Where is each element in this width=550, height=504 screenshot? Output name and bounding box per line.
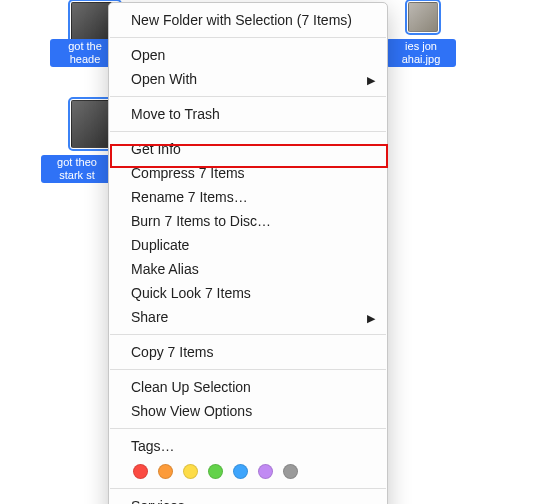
tag-dot-green[interactable] bbox=[208, 464, 223, 479]
submenu-arrow-icon: ▶ bbox=[367, 71, 375, 89]
menu-item-label: Duplicate bbox=[131, 237, 189, 253]
submenu-arrow-icon: ▶ bbox=[367, 498, 375, 504]
tag-dot-orange[interactable] bbox=[158, 464, 173, 479]
menu-item-rename[interactable]: Rename 7 Items… bbox=[109, 185, 387, 209]
menu-item-label: Make Alias bbox=[131, 261, 199, 277]
file-label: ies jon ahai.jpg bbox=[386, 39, 456, 67]
tag-dot-red[interactable] bbox=[133, 464, 148, 479]
menu-separator bbox=[110, 488, 386, 489]
submenu-arrow-icon: ▶ bbox=[367, 309, 375, 327]
file-thumbnail bbox=[408, 2, 438, 32]
tag-color-row bbox=[109, 458, 387, 483]
menu-separator bbox=[110, 334, 386, 335]
menu-separator bbox=[110, 96, 386, 97]
menu-item-get-info[interactable]: Get Info bbox=[109, 137, 387, 161]
menu-item-share[interactable]: Share ▶ bbox=[109, 305, 387, 329]
menu-item-compress[interactable]: Compress 7 Items bbox=[109, 161, 387, 185]
file-label: got theo stark st bbox=[41, 155, 113, 183]
tag-dot-purple[interactable] bbox=[258, 464, 273, 479]
menu-separator bbox=[110, 37, 386, 38]
menu-item-clean-up-selection[interactable]: Clean Up Selection bbox=[109, 375, 387, 399]
menu-item-label: Burn 7 Items to Disc… bbox=[131, 213, 271, 229]
menu-item-copy[interactable]: Copy 7 Items bbox=[109, 340, 387, 364]
menu-item-label: Compress 7 Items bbox=[131, 165, 245, 181]
menu-item-open[interactable]: Open bbox=[109, 43, 387, 67]
menu-item-label: Get Info bbox=[131, 141, 181, 157]
menu-item-label: Copy 7 Items bbox=[131, 344, 213, 360]
menu-item-label: Quick Look 7 Items bbox=[131, 285, 251, 301]
menu-item-move-to-trash[interactable]: Move to Trash bbox=[109, 102, 387, 126]
menu-item-label: Rename 7 Items… bbox=[131, 189, 248, 205]
menu-item-label: Tags… bbox=[131, 438, 175, 454]
menu-item-quick-look[interactable]: Quick Look 7 Items bbox=[109, 281, 387, 305]
menu-item-label: Show View Options bbox=[131, 403, 252, 419]
menu-item-burn-to-disc[interactable]: Burn 7 Items to Disc… bbox=[109, 209, 387, 233]
desktop-file-item[interactable] bbox=[388, 2, 458, 32]
finder-context-menu: New Folder with Selection (7 Items) Open… bbox=[108, 2, 388, 504]
menu-item-label: Clean Up Selection bbox=[131, 379, 251, 395]
menu-item-tags[interactable]: Tags… bbox=[109, 434, 387, 458]
desktop-file-item[interactable]: got theo stark st bbox=[38, 152, 116, 183]
menu-item-label: Open With bbox=[131, 71, 197, 87]
menu-separator bbox=[110, 428, 386, 429]
tag-dot-gray[interactable] bbox=[283, 464, 298, 479]
menu-item-make-alias[interactable]: Make Alias bbox=[109, 257, 387, 281]
menu-item-label: Share bbox=[131, 309, 168, 325]
menu-item-label: Open bbox=[131, 47, 165, 63]
menu-item-duplicate[interactable]: Duplicate bbox=[109, 233, 387, 257]
menu-separator bbox=[110, 369, 386, 370]
menu-item-show-view-options[interactable]: Show View Options bbox=[109, 399, 387, 423]
menu-item-label: Services bbox=[131, 498, 185, 504]
menu-item-label: New Folder with Selection (7 Items) bbox=[131, 12, 352, 28]
tag-dot-blue[interactable] bbox=[233, 464, 248, 479]
menu-separator bbox=[110, 131, 386, 132]
desktop-file-item[interactable]: ies jon ahai.jpg bbox=[386, 36, 456, 67]
tag-dot-yellow[interactable] bbox=[183, 464, 198, 479]
menu-item-label: Move to Trash bbox=[131, 106, 220, 122]
menu-item-open-with[interactable]: Open With ▶ bbox=[109, 67, 387, 91]
menu-item-new-folder-with-selection[interactable]: New Folder with Selection (7 Items) bbox=[109, 8, 387, 32]
menu-item-services[interactable]: Services ▶ bbox=[109, 494, 387, 504]
